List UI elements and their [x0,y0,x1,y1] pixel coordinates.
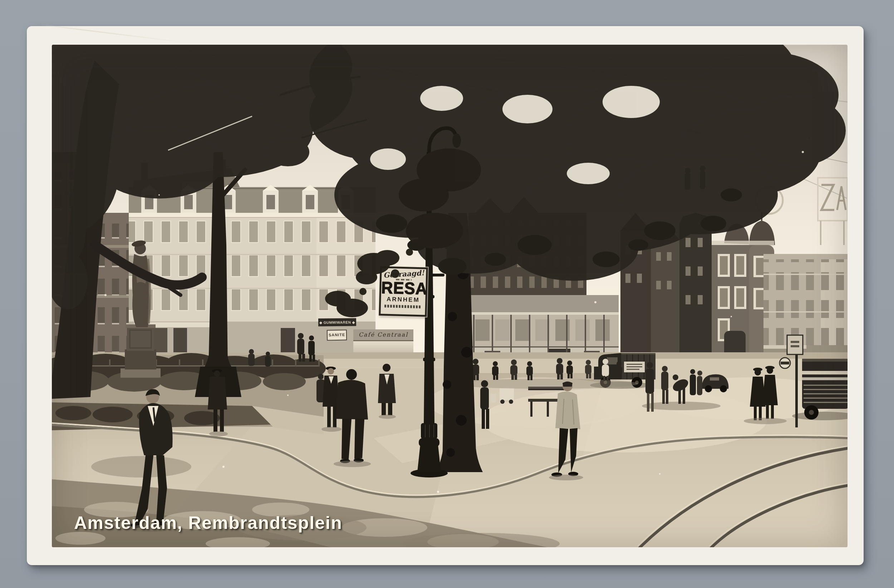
billboard-foot-print [384,305,421,309]
resa-billboard: Gevraagd! RESA ARNHEM [379,266,428,316]
billboard-brand-text: RESA [381,280,426,296]
gummiwaren-banner: ◆ GUMMIWAREN ◆ [318,318,356,326]
photo-caption: Amsterdam, Rembrandtsplein [74,512,342,533]
sanite-shop-sign: SANITE [327,330,347,341]
postcard: Gevraagd! RESA ARNHEM ◆ GUMMIWAREN ◆ SAN… [27,26,864,565]
postcard-scan-background: Gevraagd! RESA ARNHEM ◆ GUMMIWAREN ◆ SAN… [0,0,894,588]
cafe-fascia-sign: Café Centraal [353,330,414,340]
postcard-crack-mark [40,24,189,43]
scene-illustration [52,45,847,547]
photo-rembrandtsplein: Gevraagd! RESA ARNHEM ◆ GUMMIWAREN ◆ SAN… [52,45,847,547]
park-layer [52,353,326,435]
